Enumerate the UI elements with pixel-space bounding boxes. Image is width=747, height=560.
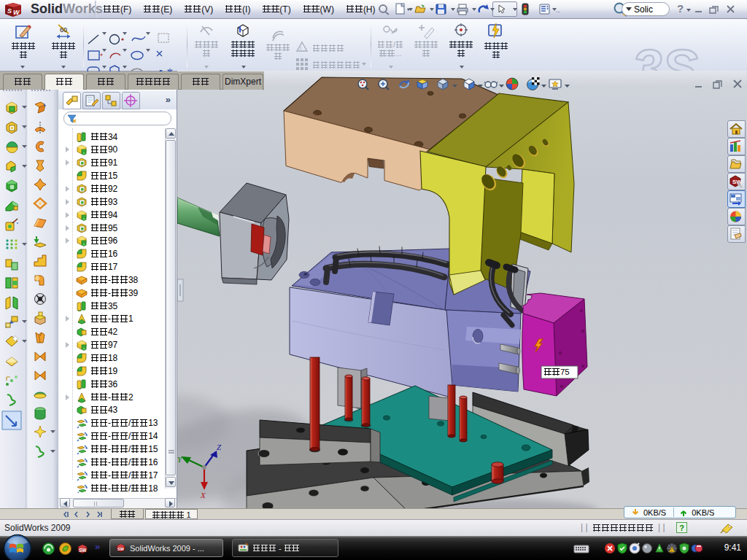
svg-text:SW: SW (732, 179, 742, 185)
svg-text:60: 60 (60, 26, 67, 34)
svg-text:!: ! (300, 45, 301, 52)
svg-text:S: S (7, 7, 12, 15)
svg-text:SW: SW (117, 547, 125, 551)
svg-text:X: X (200, 491, 206, 499)
svg-text:Z: Z (217, 443, 222, 451)
svg-text:SW: SW (79, 548, 87, 553)
